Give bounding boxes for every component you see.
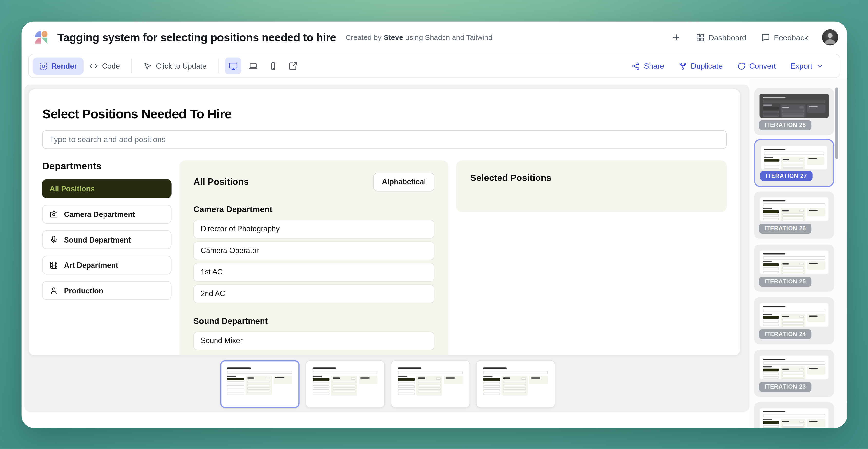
iterations-sidebar: ITERATION 28 ITERATION 27 ITERATION 26 I… xyxy=(750,79,847,427)
version-thumbnail[interactable] xyxy=(306,361,385,408)
iteration-card-23[interactable]: ITERATION 23 xyxy=(754,350,834,397)
app-title: Select Positions Needed To Hire xyxy=(42,107,727,122)
sidebar-scrollbar[interactable] xyxy=(836,88,838,159)
iteration-card-partial[interactable] xyxy=(754,402,834,427)
chevron-down-icon xyxy=(816,62,824,70)
export-button[interactable]: Export xyxy=(783,62,831,70)
position-search-field[interactable] xyxy=(42,130,727,149)
iteration-card-24[interactable]: ITERATION 24 xyxy=(754,297,834,344)
filter-sound-department[interactable]: Sound Department xyxy=(42,230,172,249)
position-item[interactable]: Camera Operator xyxy=(193,241,435,260)
open-preview-icon[interactable] xyxy=(284,58,301,74)
iteration-badge: ITERATION 28 xyxy=(759,120,811,130)
iteration-card-26[interactable]: ITERATION 26 xyxy=(754,191,834,238)
group-heading-sound: Sound Department xyxy=(193,316,435,325)
click-to-update-button[interactable]: Click to Update xyxy=(138,62,212,70)
iteration-badge: ITERATION 26 xyxy=(759,224,811,233)
version-thumbnail[interactable] xyxy=(220,361,300,408)
version-thumbnail[interactable] xyxy=(391,361,470,408)
share-button[interactable]: Share xyxy=(624,62,672,70)
position-item[interactable]: Sound Mixer xyxy=(193,331,435,350)
user-avatar[interactable] xyxy=(822,29,838,45)
laptop-preview-button[interactable] xyxy=(245,58,261,74)
iteration-badge: ITERATION 23 xyxy=(759,382,811,392)
camera-icon xyxy=(50,210,58,219)
magic-patterns-logo-icon[interactable] xyxy=(35,31,47,44)
group-heading-camera: Camera Department xyxy=(193,204,435,214)
code-icon xyxy=(89,61,98,70)
feedback-button[interactable]: Feedback xyxy=(757,30,812,45)
project-title: Tagging system for selecting positions n… xyxy=(58,31,336,44)
page-background: Tagging system for selecting positions n… xyxy=(0,0,868,449)
dashboard-grid-icon xyxy=(695,33,704,42)
search-input[interactable] xyxy=(50,135,719,144)
header: Tagging system for selecting positions n… xyxy=(22,22,847,54)
toolbar-divider xyxy=(218,59,219,73)
filter-art-department[interactable]: Art Department xyxy=(42,256,172,275)
preview-canvas: Select Positions Needed To Hire Departme… xyxy=(24,85,750,412)
cursor-icon xyxy=(144,62,152,70)
creator-name: Steve xyxy=(383,33,403,42)
selected-positions-panel: Selected Positions xyxy=(456,160,727,212)
departments-column: Departments All Positions Camera Departm… xyxy=(42,160,172,307)
convert-button[interactable]: Convert xyxy=(730,62,783,70)
version-thumbnail[interactable] xyxy=(476,361,555,408)
sort-alphabetical-button[interactable]: Alphabetical xyxy=(373,173,435,191)
iteration-badge: ITERATION 27 xyxy=(760,171,813,181)
position-item[interactable]: 1st AC xyxy=(193,263,435,282)
speech-bubble-icon xyxy=(761,33,770,42)
device-preview-group xyxy=(225,58,301,74)
microphone-icon xyxy=(50,235,58,244)
iteration-card-28[interactable]: ITERATION 28 xyxy=(754,88,834,135)
app-preview: Select Positions Needed To Hire Departme… xyxy=(29,89,741,356)
toolbar-divider xyxy=(131,59,132,73)
film-icon xyxy=(50,261,58,269)
fork-icon xyxy=(679,62,687,70)
share-icon xyxy=(632,62,640,70)
filter-camera-department[interactable]: Camera Department xyxy=(42,205,172,224)
filter-production[interactable]: Production xyxy=(42,281,172,300)
selected-positions-heading: Selected Positions xyxy=(470,173,551,183)
filter-all-positions[interactable]: All Positions xyxy=(42,179,172,198)
all-positions-heading: All Positions xyxy=(193,177,249,187)
dashboard-button[interactable]: Dashboard xyxy=(691,30,751,45)
render-frame-icon xyxy=(39,62,48,70)
mobile-preview-button[interactable] xyxy=(265,58,281,74)
iteration-badge: ITERATION 25 xyxy=(759,277,811,287)
created-by-text: Created by Steve using Shadcn and Tailwi… xyxy=(346,33,492,42)
new-project-plus-icon[interactable] xyxy=(667,29,685,45)
toolbar: Render Code Click to Update xyxy=(28,54,840,78)
render-tab[interactable]: Render xyxy=(32,57,84,74)
position-item[interactable]: 2nd AC xyxy=(193,284,435,303)
position-item[interactable]: Director of Photography xyxy=(193,220,435,238)
desktop-preview-button[interactable] xyxy=(225,58,241,74)
iteration-badge: ITERATION 24 xyxy=(759,329,811,339)
iteration-card-27[interactable]: ITERATION 27 xyxy=(754,139,834,187)
departments-heading: Departments xyxy=(42,160,172,172)
toolbar-right-actions: Share Duplicate Convert Export xyxy=(624,62,831,70)
iteration-card-25[interactable]: ITERATION 25 xyxy=(754,245,834,291)
all-positions-panel: All Positions Alphabetical Camera Depart… xyxy=(180,160,449,356)
code-tab[interactable]: Code xyxy=(84,61,125,70)
refresh-icon xyxy=(737,62,745,70)
person-icon xyxy=(50,286,58,295)
version-thumbnail-strip xyxy=(220,361,555,408)
header-actions: Dashboard Feedback xyxy=(667,29,838,45)
app-window: Tagging system for selecting positions n… xyxy=(22,22,847,427)
duplicate-button[interactable]: Duplicate xyxy=(672,62,730,70)
